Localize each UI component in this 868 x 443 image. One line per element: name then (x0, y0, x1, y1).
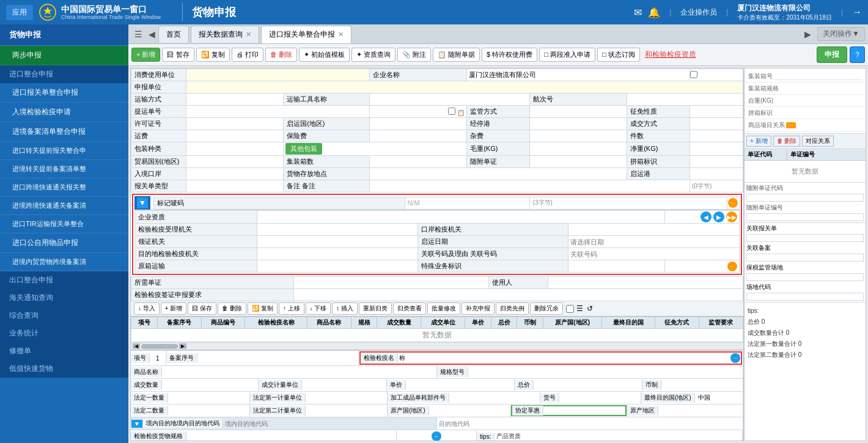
qual-more[interactable]: ▶▶ (726, 211, 737, 222)
input-relief-method[interactable] (543, 407, 625, 415)
value-gross-weight[interactable] (529, 142, 627, 156)
tab-nav-right[interactable]: ▶ (801, 29, 814, 39)
accompany-button[interactable]: 📋 随附单据 (433, 48, 480, 62)
input-legal2-qty[interactable] (168, 407, 249, 415)
input-special-biz[interactable] (570, 263, 619, 270)
sidebar-group-modify[interactable]: 修撤单 (0, 342, 128, 360)
input-packing-mark[interactable] (692, 158, 729, 166)
qual-nav-next[interactable]: ▶ (713, 211, 724, 222)
value-origin-transport[interactable] (257, 260, 418, 273)
checkbox-lading[interactable] (448, 108, 455, 115)
fill-report-btn[interactable]: 补充申报 (462, 302, 495, 315)
value-consumer[interactable] (186, 69, 370, 81)
sidebar-item-import-advance[interactable]: 进口转关提前报关整合申 (0, 142, 128, 160)
value-package[interactable] (186, 142, 284, 156)
qual-query-button[interactable]: ✦ 资质查询 (351, 48, 395, 62)
close-operations-btn[interactable]: 关闭操作▼ (817, 27, 865, 41)
new-button[interactable]: + 新增 (131, 48, 160, 62)
value-required-docs[interactable] (294, 277, 489, 289)
insp-name-more-btn[interactable]: ··· (730, 353, 740, 363)
value-liaison[interactable] (568, 248, 739, 260)
tab-nav-prev[interactable]: ◀ (145, 29, 158, 39)
sidebar-item-two-step[interactable]: 两步申报 (0, 46, 128, 65)
insp-spec-minus-btn[interactable]: − (432, 431, 441, 441)
items-refresh-btn[interactable]: ↺ (586, 303, 594, 314)
input-packing-mark-right[interactable] (773, 109, 862, 116)
value-inspection-org[interactable] (257, 224, 418, 236)
right-delete-btn[interactable]: 🗑 删除 (773, 136, 801, 147)
sidebar-group-low-value[interactable]: 低值快速货物 (0, 360, 128, 378)
value-supervise[interactable] (529, 106, 627, 118)
save-button[interactable]: 囧 暂存 (162, 48, 194, 62)
mail-icon[interactable]: ✉ (634, 7, 642, 18)
input-insurance[interactable] (372, 133, 408, 140)
value-declare[interactable] (186, 81, 743, 93)
input-transport-mode[interactable] (188, 96, 237, 103)
checkbox-company[interactable] (690, 71, 697, 78)
import-btn[interactable]: ↓ 导入 (134, 302, 160, 315)
input-container-spec[interactable] (779, 85, 862, 92)
two-step-button[interactable]: □ 两段准入申请 (539, 48, 595, 62)
input-inspection-org[interactable] (259, 226, 416, 233)
input-dest-code2[interactable] (437, 420, 743, 428)
input-cert-org[interactable] (259, 238, 416, 246)
tab-nav-left[interactable]: ☰ (131, 29, 145, 39)
input-econ-port[interactable] (532, 120, 568, 128)
right-new-btn[interactable]: + 新增 (746, 136, 771, 147)
input-total-price-detail[interactable] (534, 381, 642, 389)
close-customs-query-tab[interactable]: ✕ (246, 31, 251, 38)
input-net-weight[interactable] (692, 145, 729, 153)
input-package[interactable] (188, 145, 225, 153)
input-insp-cert-req[interactable] (296, 291, 741, 299)
input-relief[interactable] (692, 108, 741, 115)
logout-button[interactable]: → (852, 7, 862, 18)
sidebar-group-import[interactable]: 进口整合申报 (0, 65, 128, 83)
input-origin-country-detail[interactable] (429, 407, 510, 415)
qual-nav-prev[interactable]: ◀ (701, 211, 712, 222)
value-random-cert[interactable] (529, 156, 627, 168)
mark-more-btn[interactable]: ··· (728, 198, 738, 208)
input-unit-price-detail[interactable] (406, 381, 514, 389)
input-insp-goods-spec[interactable] (186, 433, 396, 441)
dest-code-nav-btn[interactable]: ▼ (131, 420, 142, 428)
special-license-button[interactable]: $ 特许权使用费 (482, 48, 537, 62)
value-deal-method[interactable] (690, 118, 743, 130)
apply-button[interactable]: 申报 (817, 46, 847, 63)
input-entry-port[interactable] (188, 170, 237, 178)
attach-button[interactable]: 📎 附注 (397, 48, 431, 62)
input-gross-weight[interactable] (532, 145, 568, 153)
value-trade-country[interactable] (186, 156, 284, 168)
input-site-code[interactable] (746, 293, 864, 301)
input-trade-country[interactable] (188, 158, 237, 166)
items-save-btn[interactable]: 囧 保存 (188, 302, 216, 315)
input-goods-name-detail[interactable] (162, 368, 436, 376)
input-bonded-area[interactable] (746, 273, 864, 281)
input-random-cert[interactable] (532, 158, 568, 166)
input-dest-inspection[interactable] (259, 251, 416, 258)
input-port-inspection[interactable] (570, 226, 737, 233)
status-subscribe-button[interactable]: □ 状态订阅 (597, 48, 640, 62)
input-misc[interactable] (532, 133, 556, 140)
input-load-date[interactable] (570, 238, 737, 246)
value-user[interactable] (548, 277, 743, 289)
lading-icon[interactable]: 📋 (457, 109, 465, 116)
value-insurance[interactable] (369, 130, 466, 142)
input-dest-code[interactable] (223, 420, 436, 428)
init-template-button[interactable]: ✦ 初始值模板 (299, 48, 350, 62)
input-goods-no[interactable] (559, 394, 641, 402)
value-load-date[interactable] (568, 236, 739, 248)
value-storage[interactable] (369, 168, 627, 180)
value-loading-port[interactable] (690, 168, 743, 180)
sidebar-group-biz-stats[interactable]: 业务统计 (0, 324, 128, 342)
value-port-inspection[interactable] (568, 224, 739, 236)
value-relief[interactable] (690, 106, 743, 118)
value-misc[interactable] (529, 130, 627, 142)
input-storage[interactable] (372, 170, 445, 178)
batch-edit-btn[interactable]: 批量修改 (427, 302, 460, 315)
value-transport-mode[interactable] (186, 93, 284, 106)
items-delete-btn[interactable]: 🗑 删除 (218, 302, 246, 315)
mark-nav-down[interactable]: ▼ (137, 197, 148, 208)
print-button[interactable]: 🖨 打印 (232, 48, 263, 62)
tab-customs-query[interactable]: 报关数据查询 ✕ (191, 26, 259, 43)
tab-home[interactable]: 首页 (158, 26, 189, 43)
